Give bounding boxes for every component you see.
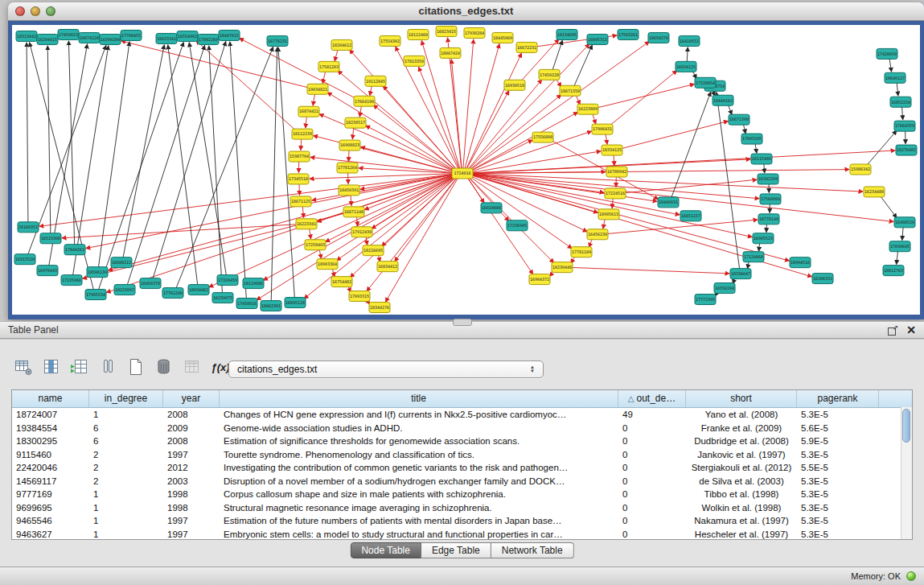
tab-node-table[interactable]: Node Table bbox=[350, 542, 421, 558]
graph-node[interactable]: 16342209 bbox=[758, 174, 778, 184]
network-graph[interactable]: 1724016182046121758120319034821168744211… bbox=[12, 25, 920, 315]
table-cell[interactable]: Yano et al. (2008) bbox=[686, 408, 797, 422]
graph-node[interactable]: 18226695 bbox=[363, 245, 384, 256]
graph-node[interactable]: 17554302 bbox=[380, 35, 400, 46]
graph-edge[interactable] bbox=[310, 157, 455, 173]
graph-node[interactable]: 17236905 bbox=[507, 220, 528, 231]
new-table-icon[interactable] bbox=[125, 356, 146, 377]
graph-edge[interactable] bbox=[306, 115, 307, 127]
graph-node[interactable]: 17124068 bbox=[743, 252, 764, 262]
graph-node[interactable]: 17781264 bbox=[337, 163, 358, 173]
graph-node[interactable]: 16554902 bbox=[177, 31, 198, 41]
table-cell[interactable]: 0 bbox=[618, 422, 686, 435]
graph-node[interactable]: 18447015 bbox=[219, 30, 240, 40]
column-header-out_de[interactable]: △out_de… bbox=[618, 390, 686, 407]
network-canvas[interactable]: 1724016182046121758120319034821168744211… bbox=[12, 25, 920, 315]
graph-node[interactable]: 18023341 bbox=[156, 33, 177, 43]
graph-node[interactable]: 17258403 bbox=[305, 240, 326, 250]
graph-node[interactable]: 16456230 bbox=[587, 229, 608, 240]
graph-node[interactable]: 18994516 bbox=[790, 257, 811, 268]
table-cell[interactable]: 5.9E-5 bbox=[797, 435, 879, 448]
graph-node[interactable]: 18905613 bbox=[598, 209, 619, 220]
table-cell[interactable]: Embryonic stem cells: a model to study s… bbox=[220, 528, 618, 541]
float-panel-icon[interactable]: ↗ bbox=[887, 324, 898, 336]
table-cell[interactable]: 5.3E-5 bbox=[797, 475, 879, 488]
graph-edge[interactable] bbox=[62, 225, 299, 238]
graph-edge[interactable] bbox=[121, 41, 311, 89]
graph-edge[interactable] bbox=[230, 42, 246, 299]
graph-node[interactable]: 18230448 bbox=[552, 262, 573, 273]
table-cell[interactable]: 0 bbox=[618, 501, 686, 515]
graph-node[interactable]: 16895128 bbox=[285, 298, 306, 308]
table-cell[interactable]: 9115460 bbox=[12, 448, 89, 462]
graph-edge[interactable] bbox=[109, 175, 456, 270]
table-cell[interactable]: Nakamura et al. (1997) bbox=[686, 514, 797, 528]
graph-node[interactable]: 17905534 bbox=[85, 290, 106, 300]
column-header-year[interactable]: year bbox=[163, 390, 220, 407]
column-header-in_degree[interactable]: in_degree bbox=[89, 390, 163, 407]
table-selector-dropdown[interactable]: citations_edges.txt ▲▼ bbox=[228, 360, 544, 378]
graph-node[interactable]: 16651157 bbox=[680, 211, 701, 221]
graph-node[interactable]: 16223341 bbox=[296, 219, 317, 229]
graph-edge[interactable] bbox=[897, 250, 898, 264]
table-cell[interactable]: Disruption of a novel member of a sodium… bbox=[220, 475, 618, 488]
graph-node[interactable]: 17690645 bbox=[889, 241, 910, 252]
graph-node[interactable]: 17761240 bbox=[162, 288, 183, 299]
table-row[interactable]: 946554611997Estimation of the future num… bbox=[12, 514, 912, 528]
column-header-pagerank[interactable]: pagerank bbox=[797, 390, 879, 407]
select-columns-icon[interactable] bbox=[41, 356, 62, 377]
import-table-icon[interactable] bbox=[69, 356, 90, 377]
row-tools-icon[interactable] bbox=[97, 356, 118, 377]
graph-edge[interactable] bbox=[385, 177, 458, 303]
graph-node[interactable]: 18230517 bbox=[345, 117, 366, 128]
column-header-name[interactable]: name bbox=[12, 390, 89, 407]
graph-node[interactable]: 16930518 bbox=[504, 80, 525, 90]
graph-edge[interactable] bbox=[72, 46, 108, 276]
graph-edge[interactable] bbox=[687, 47, 688, 63]
graph-node[interactable]: 18315520 bbox=[14, 254, 35, 265]
graph-node[interactable]: 17708455 bbox=[121, 30, 142, 40]
graph-edge[interactable] bbox=[879, 195, 897, 218]
table-cell[interactable]: Tourette syndrome. Phenomenology and cla… bbox=[220, 448, 618, 462]
graph-node[interactable]: 18671350 bbox=[560, 85, 581, 96]
table-cell[interactable]: Investigating the contribution of common… bbox=[220, 461, 618, 475]
graph-edge[interactable] bbox=[313, 93, 315, 105]
table-cell[interactable]: 2012 bbox=[163, 461, 220, 475]
table-cell[interactable]: 0 bbox=[618, 514, 686, 528]
table-cell[interactable]: 5.3E-5 bbox=[797, 528, 879, 541]
graph-node[interactable]: 17781109 bbox=[571, 247, 592, 257]
graph-node[interactable]: 17320459 bbox=[217, 275, 238, 286]
graph-edge[interactable] bbox=[865, 130, 897, 167]
table-cell[interactable]: 0 bbox=[618, 488, 686, 501]
graph-node[interactable]: 16904372 bbox=[529, 274, 550, 285]
graph-edge[interactable] bbox=[98, 42, 183, 290]
vertical-scrollbar[interactable] bbox=[901, 407, 912, 539]
graph-node[interactable]: 16488520 bbox=[894, 217, 915, 228]
graph-edge[interactable] bbox=[351, 194, 351, 205]
graph-node[interactable]: 17560084 bbox=[760, 194, 781, 204]
table-cell[interactable]: 0 bbox=[618, 448, 686, 462]
table-cell[interactable]: 19384554 bbox=[12, 422, 89, 435]
graph-node[interactable]: 16778231 bbox=[267, 35, 288, 46]
graph-edge[interactable] bbox=[901, 106, 902, 120]
graph-node[interactable]: 16905523 bbox=[753, 233, 774, 244]
graph-node[interactable]: 18204612 bbox=[331, 39, 352, 50]
graph-node[interactable]: 15986342 bbox=[850, 164, 871, 175]
graph-edge[interactable] bbox=[466, 91, 509, 171]
table-cell[interactable]: 9699695 bbox=[12, 501, 89, 515]
zoom-window-button[interactable] bbox=[46, 6, 55, 16]
graph-node[interactable]: 17459023 bbox=[58, 29, 79, 39]
graph-node[interactable]: 16970443 bbox=[37, 266, 58, 276]
graph-node[interactable]: 16780942 bbox=[606, 167, 627, 177]
graph-node[interactable]: 18276482 bbox=[896, 145, 917, 155]
graph-edge[interactable] bbox=[395, 176, 458, 262]
table-cell[interactable]: 1998 bbox=[163, 488, 220, 501]
graph-edge[interactable] bbox=[889, 58, 892, 72]
table-cell[interactable]: 14569117 bbox=[12, 475, 89, 488]
scrollbar-thumb[interactable] bbox=[902, 409, 910, 443]
window-titlebar[interactable]: citations_edges.txt bbox=[8, 2, 924, 21]
table-cell[interactable]: Changes of HCN gene expression and I(f) … bbox=[220, 408, 618, 422]
graph-edge[interactable] bbox=[47, 46, 51, 234]
table-row[interactable]: 1456911722003Disruption of a novel membe… bbox=[12, 475, 912, 488]
table-cell[interactable]: 5.3E-5 bbox=[797, 488, 879, 501]
